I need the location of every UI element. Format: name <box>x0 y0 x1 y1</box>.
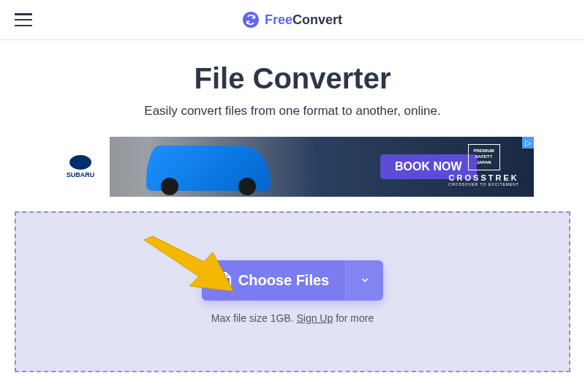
brand-logo[interactable]: FreeConvert <box>243 12 342 28</box>
annotation-arrow-icon <box>137 236 239 309</box>
file-dropzone[interactable]: Choose Files Max file size 1GB. Sign Up … <box>15 211 570 372</box>
ad-brand-badge: SUBARU <box>51 137 110 197</box>
ad-shield-icon: PREMIUM SAFETY JAPAN <box>468 144 500 170</box>
choose-files-label: Choose Files <box>238 272 329 289</box>
advertisement-banner[interactable]: SUBARU BOOK NOW PREMIUM SAFETY JAPAN CRO… <box>51 137 534 197</box>
menu-icon[interactable] <box>15 13 32 26</box>
ad-right-info: PREMIUM SAFETY JAPAN CROSSTREK CROSSOVER… <box>448 144 519 186</box>
file-size-hint: Max file size 1GB. Sign Up for more <box>211 312 374 324</box>
chevron-down-icon <box>360 275 370 285</box>
ad-info-icon[interactable]: ▷ <box>522 137 534 148</box>
signup-link[interactable]: Sign Up <box>296 312 333 324</box>
brand-text: FreeConvert <box>265 12 342 28</box>
header: FreeConvert <box>0 0 585 40</box>
page-subtitle: Easily convert files from one format to … <box>15 104 570 118</box>
choose-files-dropdown-button[interactable] <box>345 260 383 301</box>
main-content: File Converter Easily convert files from… <box>0 40 585 387</box>
ad-car-image <box>146 146 271 191</box>
refresh-icon <box>243 12 259 28</box>
page-title: File Converter <box>15 62 570 95</box>
